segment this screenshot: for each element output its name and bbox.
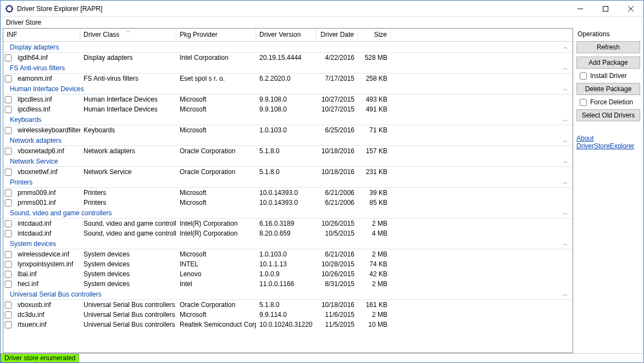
column-header-inf[interactable]: INF xyxy=(3,29,80,41)
chevron-up-icon: ︿ xyxy=(563,209,568,217)
row-checkbox[interactable] xyxy=(4,189,12,197)
table-row[interactable]: heci.infSystem devicesIntel11.0.0.11668/… xyxy=(3,279,573,289)
table-row[interactable]: itpcdless.infHuman Interface DevicesMicr… xyxy=(3,94,573,104)
cell-provider: Realtek Semiconduct Corp. xyxy=(176,321,256,328)
column-header-size[interactable]: Size xyxy=(358,29,391,41)
cell-class: Universal Serial Bus controllers xyxy=(80,311,176,319)
row-checkbox[interactable] xyxy=(4,220,12,227)
refresh-button[interactable]: Refresh xyxy=(576,41,640,53)
list-body[interactable]: Display adapters︿igdlh64.infDisplay adap… xyxy=(3,42,573,353)
row-checkbox[interactable] xyxy=(4,301,12,309)
group-header[interactable]: Network adapters︿ xyxy=(3,135,573,146)
cell-version: 9.9.108.0 xyxy=(256,105,317,113)
cell-class: Human Interface Devices xyxy=(80,96,176,103)
driver-list: INF ︿Driver Class Pkg Provider Driver Ve… xyxy=(3,28,573,353)
cell-class: Human Interface Devices xyxy=(80,105,176,113)
cell-size: 161 KB xyxy=(358,301,391,309)
cell-size: 39 KB xyxy=(358,189,391,197)
row-checkbox[interactable] xyxy=(4,54,12,62)
group-header[interactable]: System devices︿ xyxy=(3,238,573,249)
table-row[interactable]: rtsuerx.infUniversal Serial Bus controll… xyxy=(3,320,573,330)
table-row[interactable]: prnms001.infPrintersMicrosoft10.0.14393.… xyxy=(3,198,573,208)
cell-version: 5.1.8.0 xyxy=(256,147,317,155)
group-header[interactable]: Display adapters︿ xyxy=(3,42,573,53)
table-row[interactable]: vboxnetadp6.infNetwork adaptersOracle Co… xyxy=(3,146,573,156)
add-package-button[interactable]: Add Package xyxy=(576,57,640,69)
cell-class: System devices xyxy=(80,250,176,258)
table-row[interactable]: intcdaud.infSound, video and game contro… xyxy=(3,219,573,228)
cell-version: 11.0.0.1166 xyxy=(256,280,317,288)
cell-class: Network adapters xyxy=(80,147,176,155)
table-row[interactable]: wirelesskeyboardfilter.infKeyboardsMicro… xyxy=(3,125,573,135)
cell-date: 10/28/2015 xyxy=(317,260,358,268)
row-checkbox[interactable] xyxy=(4,127,12,134)
about-link[interactable]: About DriverStoreExplorer xyxy=(576,135,640,150)
group-header[interactable]: Human Interface Devices︿ xyxy=(3,83,573,94)
table-row[interactable]: lbai.infSystem devicesLenovo1.0.0.910/26… xyxy=(3,269,573,279)
column-header-version[interactable]: Driver Version xyxy=(256,29,317,41)
column-header-class[interactable]: ︿Driver Class xyxy=(80,29,176,41)
row-checkbox[interactable] xyxy=(4,75,12,82)
group-header[interactable]: Sound, video and game controllers︿ xyxy=(3,208,573,219)
status-text: Driver store enumerated xyxy=(1,354,79,362)
table-row[interactable]: dc3du.infUniversal Serial Bus controller… xyxy=(3,310,573,320)
chevron-up-icon: ︿ xyxy=(563,158,568,165)
cell-inf: wirelesskeyboardfilter.inf xyxy=(14,126,80,134)
window-title: Driver Store Explorer [RAPR] xyxy=(17,5,568,13)
table-row[interactable]: igdlh64.infDisplay adaptersIntel Corpora… xyxy=(3,53,573,63)
table-row[interactable]: vboxusb.infUniversal Serial Bus controll… xyxy=(3,300,573,310)
row-checkbox[interactable] xyxy=(4,311,12,319)
cell-inf: lbai.inf xyxy=(14,270,80,278)
column-headers: INF ︿Driver Class Pkg Provider Driver Ve… xyxy=(3,29,573,42)
row-checkbox[interactable] xyxy=(4,230,12,237)
column-header-date[interactable]: Driver Date xyxy=(317,29,358,41)
cell-version: 6.16.0.3189 xyxy=(256,220,317,227)
cell-date: 4/22/2016 xyxy=(317,54,358,62)
row-checkbox[interactable] xyxy=(4,271,12,278)
table-row[interactable]: intcdaud.infSound, video and game contro… xyxy=(3,228,573,238)
row-checkbox[interactable] xyxy=(4,321,12,328)
delete-package-button[interactable]: Delete Package xyxy=(576,83,640,95)
group-header[interactable]: FS Anti-virus filters︿ xyxy=(3,63,573,74)
maximize-button[interactable] xyxy=(593,1,618,16)
row-checkbox[interactable] xyxy=(4,199,12,206)
cell-date: 11/5/2015 xyxy=(317,321,358,328)
title-bar: Driver Store Explorer [RAPR] xyxy=(1,1,643,17)
cell-inf: intcdaud.inf xyxy=(14,230,80,237)
table-row[interactable]: lynxpointsystem.infSystem devicesINTEL10… xyxy=(3,259,573,269)
table-row[interactable]: prnms009.infPrintersMicrosoft10.0.14393.… xyxy=(3,188,573,198)
table-row[interactable]: wirelessdevice.infSystem devicesMicrosof… xyxy=(3,249,573,259)
group-header[interactable]: Keyboards︿ xyxy=(3,114,573,125)
group-header[interactable]: Network Service︿ xyxy=(3,156,573,167)
close-button[interactable] xyxy=(618,1,643,16)
status-bar: Driver store enumerated xyxy=(1,353,643,362)
table-row[interactable]: vboxnetlwf.infNetwork ServiceOracle Corp… xyxy=(3,167,573,177)
minimize-button[interactable] xyxy=(568,1,593,16)
menu-driver-store[interactable]: Driver Store xyxy=(3,18,45,27)
cell-size: 74 KB xyxy=(358,260,391,268)
group-name: Display adapters xyxy=(10,43,59,51)
cell-class: System devices xyxy=(80,270,176,278)
row-checkbox[interactable] xyxy=(4,281,12,288)
cell-version: 10.0.14393.0 xyxy=(256,199,317,206)
cell-date: 10/26/2015 xyxy=(317,220,358,227)
column-header-provider[interactable]: Pkg Provider xyxy=(176,29,256,41)
table-row[interactable]: ipcdless.infHuman Interface DevicesMicro… xyxy=(3,104,573,114)
row-checkbox[interactable] xyxy=(4,261,12,268)
group-header[interactable]: Printers︿ xyxy=(3,177,573,188)
group-header[interactable]: Universal Serial Bus controllers︿ xyxy=(3,289,573,300)
install-driver-checkbox[interactable] xyxy=(580,72,587,80)
cell-date: 6/21/2006 xyxy=(317,189,358,197)
row-checkbox[interactable] xyxy=(4,106,12,113)
row-checkbox[interactable] xyxy=(4,169,12,176)
select-old-drivers-button[interactable]: Select Old Drivers xyxy=(576,109,640,121)
row-checkbox[interactable] xyxy=(4,96,12,103)
cell-class: Keyboards xyxy=(80,126,176,134)
install-driver-label: Install Driver xyxy=(590,72,627,80)
row-checkbox[interactable] xyxy=(4,251,12,258)
cell-class: System devices xyxy=(80,280,176,288)
table-row[interactable]: eamonm.infFS Anti-virus filtersEset spol… xyxy=(3,74,573,83)
row-checkbox[interactable] xyxy=(4,148,12,155)
force-deletion-checkbox[interactable] xyxy=(580,99,587,106)
cell-inf: dc3du.inf xyxy=(14,311,80,319)
